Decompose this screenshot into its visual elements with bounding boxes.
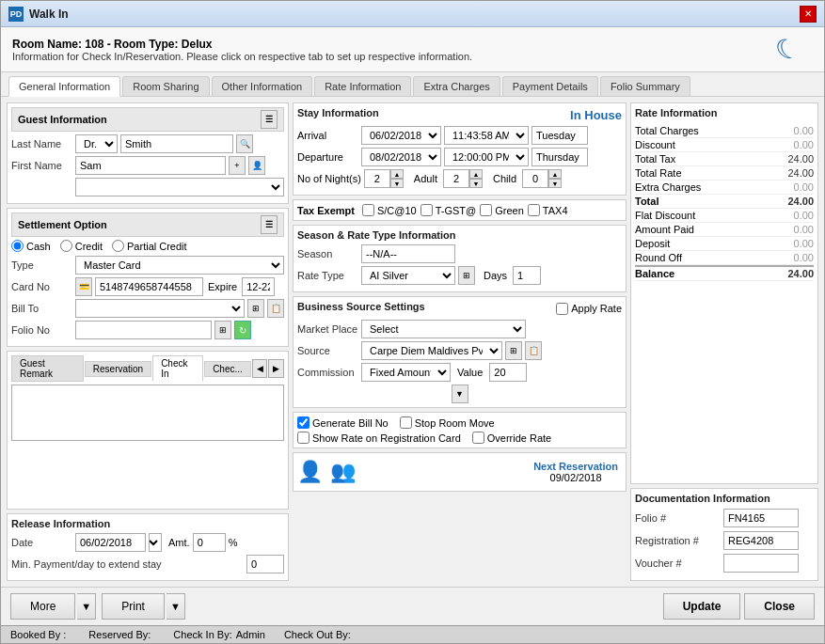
check-override-rate[interactable]: Override Rate	[472, 432, 551, 444]
source-btn2[interactable]: 📋	[525, 341, 542, 360]
tab-check-in[interactable]: Check In	[152, 355, 203, 382]
guest-info-menu-button[interactable]: ☰	[261, 110, 278, 129]
close-button[interactable]: Close	[744, 593, 815, 620]
check-generate-bill[interactable]: Generate Bill No	[297, 416, 389, 429]
stay-info-title: Stay Information	[297, 107, 379, 118]
sub-tab-prev[interactable]: ◀	[252, 359, 268, 378]
commission-expand-button[interactable]: ▼	[452, 385, 468, 403]
tab-rate-information[interactable]: Rate Information	[314, 76, 411, 96]
check-sc10[interactable]: S/C@10	[362, 204, 417, 216]
nights-up[interactable]: ▲	[390, 169, 404, 179]
source-btn1[interactable]: ⊞	[505, 341, 522, 360]
rate-type-btn1[interactable]: ⊞	[458, 266, 475, 285]
market-place-select[interactable]: Select	[361, 320, 526, 338]
card-no-input[interactable]	[95, 277, 203, 296]
nights-spinner[interactable]: ▲ ▼	[364, 169, 404, 188]
release-date-dropdown[interactable]	[149, 533, 162, 552]
folio-refresh-button[interactable]: ↻	[234, 321, 251, 339]
room-info-bar: Room Name: 108 - Room Type: Delux Inform…	[1, 27, 824, 72]
remark-textarea[interactable]	[11, 385, 284, 441]
child-down[interactable]: ▼	[548, 179, 562, 188]
registration-label: Registration #	[635, 535, 720, 546]
card-no-label: Card No	[11, 281, 72, 292]
apply-rate-label: Apply Rate	[571, 303, 622, 314]
tab-room-sharing[interactable]: Room Sharing	[122, 76, 209, 96]
card-icon-button[interactable]: 💳	[75, 277, 92, 296]
radio-partial-credit[interactable]: Partial Credit	[112, 240, 187, 252]
release-amt-input[interactable]	[193, 533, 226, 552]
more-button[interactable]: More	[10, 593, 75, 620]
voucher-input[interactable]	[723, 554, 799, 573]
bill-to-btn2[interactable]: 📋	[267, 299, 284, 318]
rate-type-select[interactable]: AI Silver	[361, 266, 455, 285]
print-button[interactable]: Print	[102, 593, 165, 620]
folio-btn1[interactable]: ⊞	[214, 321, 231, 339]
radio-cash[interactable]: Cash	[11, 240, 51, 252]
tab-general-information[interactable]: General Information	[8, 76, 120, 97]
expire-input[interactable]	[242, 277, 275, 296]
check-in-by-label: Check In By:	[173, 629, 231, 640]
settlement-menu-button[interactable]: ☰	[261, 215, 278, 234]
tab-guest-remark[interactable]: Guest Remark	[11, 355, 84, 382]
check-tax4[interactable]: TAX4	[528, 204, 568, 216]
adult-down[interactable]: ▼	[469, 179, 483, 188]
tab-folio-summary[interactable]: Folio Summary	[600, 76, 690, 96]
type-select[interactable]: Master Card Visa Cash	[75, 256, 284, 275]
adult-up[interactable]: ▲	[469, 169, 483, 179]
radio-credit[interactable]: Credit	[60, 240, 103, 252]
last-name-prefix-select[interactable]: Dr. Mr. Ms.	[75, 134, 118, 153]
apply-rate-check[interactable]: Apply Rate	[556, 303, 622, 315]
release-date-input[interactable]	[75, 533, 146, 552]
folio-hash-input[interactable]	[723, 509, 799, 527]
update-button[interactable]: Update	[663, 593, 741, 620]
season-input[interactable]	[361, 244, 455, 263]
close-window-button[interactable]: ✕	[800, 6, 817, 23]
source-select[interactable]: Carpe Diem Maldives Pvt. Ltd	[361, 341, 502, 360]
rate-row-round-off: Round Off 0.00	[635, 251, 814, 265]
first-name-input[interactable]	[75, 156, 226, 175]
last-name-input[interactable]	[120, 134, 233, 153]
check-show-rate[interactable]: Show Rate on Registration Card	[297, 432, 461, 444]
days-input[interactable]	[513, 266, 541, 285]
sub-tabs-box: Guest Remark Reservation Check In Chec..…	[7, 351, 289, 510]
rate-row-amount-paid: Amount Paid 0.00	[635, 223, 814, 237]
tab-reservation[interactable]: Reservation	[85, 361, 151, 377]
rate-row-total-charges: Total Charges 0.00	[635, 124, 814, 138]
child-up[interactable]: ▲	[548, 169, 562, 179]
print-dropdown-button[interactable]: ▼	[167, 593, 185, 620]
sub-tab-next[interactable]: ▶	[268, 359, 284, 378]
main-content: Guest Information ☰ Last Name Dr. Mr. Ms…	[1, 97, 824, 587]
tab-check-other[interactable]: Chec...	[204, 361, 251, 377]
commission-value-input[interactable]	[489, 363, 527, 382]
folio-no-input[interactable]	[75, 321, 212, 339]
min-pay-input[interactable]	[246, 555, 284, 573]
arrival-time-select[interactable]: 11:43:58 AM	[444, 126, 529, 145]
days-label: Days	[484, 270, 507, 281]
nights-down[interactable]: ▼	[390, 179, 404, 188]
registration-input[interactable]	[723, 531, 799, 550]
departure-date-select[interactable]: 08/02/2018	[361, 148, 441, 166]
adult-spinner[interactable]: ▲ ▼	[443, 169, 483, 188]
check-tgst[interactable]: T-GST@	[420, 204, 477, 216]
documentation-title: Documentation Information	[635, 493, 814, 504]
tab-extra-charges[interactable]: Extra Charges	[413, 76, 500, 96]
main-tabs-bar: General Information Room Sharing Other I…	[1, 72, 824, 97]
guest-icon-button[interactable]: 👤	[248, 156, 265, 175]
departure-time-select[interactable]: 12:00:00 PM	[444, 148, 529, 166]
first-name-row: First Name + 👤	[11, 156, 284, 175]
check-green[interactable]: Green	[480, 204, 524, 216]
guest-extra-select[interactable]	[75, 178, 284, 196]
tab-payment-details[interactable]: Payment Details	[502, 76, 598, 96]
add-guest-button[interactable]: +	[229, 156, 246, 175]
more-dropdown-button[interactable]: ▼	[77, 593, 96, 620]
child-spinner[interactable]: ▲ ▼	[522, 169, 562, 188]
arrival-date-select[interactable]: 06/02/2018	[361, 126, 441, 145]
tab-other-information[interactable]: Other Information	[212, 76, 313, 96]
bill-to-btn1[interactable]: ⊞	[247, 299, 264, 318]
adult-label: Adult	[414, 173, 437, 184]
rate-row-discount: Discount 0.00	[635, 138, 814, 152]
last-name-lookup-button[interactable]: 🔍	[236, 134, 253, 153]
bill-to-select[interactable]	[75, 299, 245, 318]
commission-type-select[interactable]: Fixed Amount	[361, 363, 451, 382]
check-stop-room[interactable]: Stop Room Move	[400, 416, 495, 429]
